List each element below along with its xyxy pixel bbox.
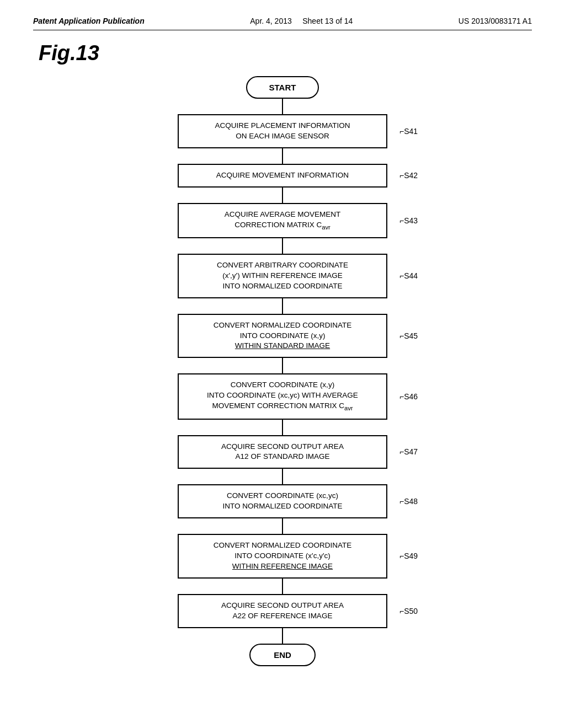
step-s42-label: ⌐S42 [399,171,418,180]
step-s47-label: ⌐S47 [399,447,418,456]
page: Patent Application Publication Apr. 4, 2… [0,0,565,728]
step-s45-label: ⌐S45 [399,331,418,340]
step-s50-container: ACQUIRE SECOND OUTPUT AREAA22 OF REFEREN… [178,594,387,628]
step-s50-box: ACQUIRE SECOND OUTPUT AREAA22 OF REFEREN… [178,594,387,628]
connector-4 [282,238,283,254]
connector-8 [282,469,283,484]
connector-2 [282,148,283,164]
step-s48-box: CONVERT COORDINATE (xc,yc)INTO NORMALIZE… [178,484,387,518]
step-s49-container: CONVERT NORMALIZED COORDINATEINTO COORDI… [178,534,387,579]
connector-1 [282,99,283,114]
step-s47-container: ACQUIRE SECOND OUTPUT AREAA12 OF STANDAR… [178,435,387,469]
step-s50-label: ⌐S50 [399,607,418,615]
step-s44-container: CONVERT ARBITRARY COORDINATE(x',y') WITH… [178,254,387,298]
connector-11 [282,628,283,644]
step-s46-container: CONVERT COORDINATE (x,y)INTO COORDINATE … [178,373,387,419]
step-s41-container: ACQUIRE PLACEMENT INFORMATIONON EACH IMA… [178,114,387,148]
step-s44-box: CONVERT ARBITRARY COORDINATE(x',y') WITH… [178,254,387,298]
start-oval: START [246,76,319,99]
header-publisher: Patent Application Publication [33,17,145,25]
connector-10 [282,579,283,594]
header-date-sheet: Apr. 4, 2013 Sheet 13 of 14 [250,17,353,25]
header-patent-number: US 2013/0083171 A1 [459,17,532,25]
step-s42-box: ACQUIRE MOVEMENT INFORMATION [178,164,387,188]
step-s43-container: ACQUIRE AVERAGE MOVEMENTCORRECTION MATRI… [178,203,387,238]
step-s47-box: ACQUIRE SECOND OUTPUT AREAA12 OF STANDAR… [178,435,387,469]
step-s48-container: CONVERT COORDINATE (xc,yc)INTO NORMALIZE… [178,484,387,518]
step-s43-label: ⌐S43 [399,216,418,225]
step-s45-box: CONVERT NORMALIZED COORDINATEINTO COORDI… [178,314,387,358]
connector-7 [282,420,283,435]
step-s49-box: CONVERT NORMALIZED COORDINATEINTO COORDI… [178,534,387,579]
step-s41-box: ACQUIRE PLACEMENT INFORMATIONON EACH IMA… [178,114,387,148]
end-oval: END [249,644,316,666]
step-s42-container: ACQUIRE MOVEMENT INFORMATION ⌐S42 [178,164,387,188]
header-date: Apr. 4, 2013 [250,17,292,25]
header-sheet: Sheet 13 of 14 [302,17,353,25]
step-s46-box: CONVERT COORDINATE (x,y)INTO COORDINATE … [178,373,387,419]
connector-3 [282,188,283,203]
step-s48-label: ⌐S48 [399,497,418,506]
figure-title: Fig.13 [39,41,532,65]
step-s43-box: ACQUIRE AVERAGE MOVEMENTCORRECTION MATRI… [178,203,387,238]
flowchart: START ACQUIRE PLACEMENT INFORMATIONON EA… [33,76,532,666]
connector-6 [282,358,283,373]
step-s46-label: ⌐S46 [399,392,418,401]
connector-9 [282,518,283,534]
step-s41-label: ⌐S41 [399,127,418,136]
step-s44-label: ⌐S44 [399,271,418,280]
connector-5 [282,298,283,314]
step-s45-container: CONVERT NORMALIZED COORDINATEINTO COORDI… [178,314,387,358]
page-header: Patent Application Publication Apr. 4, 2… [33,17,532,30]
step-s49-label: ⌐S49 [399,552,418,560]
